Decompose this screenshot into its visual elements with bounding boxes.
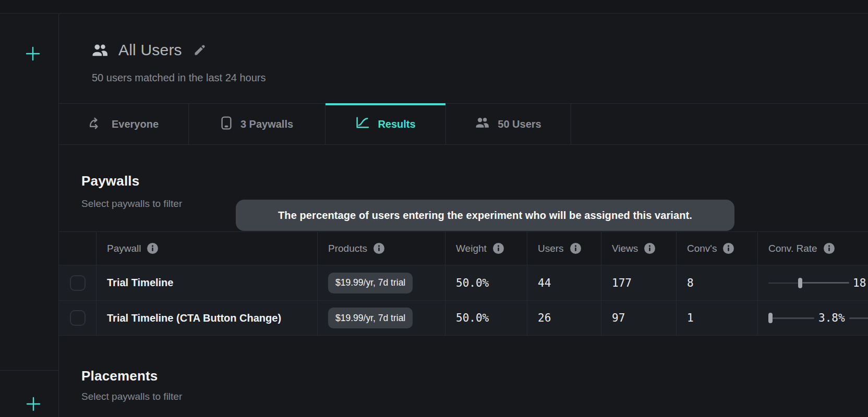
table-row: Trial Timeline (CTA Button Change) $19.9… (59, 301, 868, 336)
plus-icon (26, 396, 41, 412)
header-paywall: Paywall (97, 232, 318, 265)
paywalls-table: Paywall Products Weight Users Views Conv… (59, 231, 868, 336)
conv-rate-cell: 18 (758, 265, 868, 300)
slider-track (773, 317, 814, 319)
edit-pencil-icon[interactable] (194, 44, 206, 56)
tab-label: Results (378, 118, 415, 130)
audience-title: All Users (118, 41, 182, 59)
paywalls-section-subtitle: Select paywalls to filter (81, 198, 182, 210)
tab-users[interactable]: 50 Users (446, 104, 571, 144)
row-select-cell (59, 265, 97, 300)
weight-cell: 50.0% (445, 301, 527, 335)
products-cell: $19.99/yr, 7d trial (318, 301, 445, 335)
info-icon[interactable] (373, 243, 384, 254)
header-products: Products (318, 232, 445, 265)
info-icon[interactable] (824, 243, 835, 254)
tab-everyone[interactable]: Everyone (59, 104, 189, 144)
row-select-cell (59, 301, 97, 335)
header-views: Views (601, 232, 677, 265)
convs-value: 8 (687, 277, 694, 289)
paywalls-section-title: Paywalls (81, 173, 139, 189)
tab-paywalls[interactable]: 3 Paywalls (189, 104, 326, 144)
table-row: Trial Timeline $19.99/yr, 7d trial 50.0%… (59, 265, 868, 301)
slider-track (768, 283, 798, 284)
slider-thumb[interactable] (798, 278, 802, 288)
audience-header: All Users (92, 40, 206, 60)
slider-track (849, 317, 868, 319)
product-chip: $19.99/yr, 7d trial (328, 308, 413, 328)
header-users: Users (527, 232, 601, 265)
info-icon[interactable] (147, 243, 158, 254)
rail-divider (0, 370, 58, 371)
column-label: Weight (456, 243, 487, 254)
tab-label: Everyone (112, 118, 159, 130)
tabs-bar: Everyone 3 Paywalls Results (59, 103, 868, 145)
header-select-column (59, 232, 97, 265)
products-cell: $19.99/yr, 7d trial (318, 265, 445, 300)
paywall-cell: Trial Timeline (97, 265, 318, 300)
phone-icon (221, 116, 232, 133)
column-label: Views (612, 243, 638, 254)
paywall-name: Trial Timeline (107, 277, 173, 289)
users-cell: 44 (527, 265, 601, 300)
weight-tooltip: The percentage of users entering the exp… (236, 200, 734, 231)
weight-value: 50.0% (456, 312, 489, 324)
row-checkbox[interactable] (70, 275, 86, 291)
views-value: 177 (612, 277, 632, 289)
weight-value: 50.0% (456, 277, 489, 289)
placements-section-title: Placements (81, 368, 158, 384)
views-cell: 97 (601, 301, 677, 335)
column-label: Products (328, 243, 367, 254)
convs-cell: 8 (677, 265, 758, 300)
conv-rate-value: 3.8% (818, 312, 845, 324)
plus-icon (25, 46, 41, 62)
placements-section-subtitle: Select paywalls to filter (81, 391, 182, 402)
users-value: 44 (538, 277, 551, 289)
slider-track (802, 282, 849, 284)
header-convs: Conv's (677, 232, 758, 265)
tab-results[interactable]: Results (326, 104, 446, 144)
info-icon[interactable] (493, 243, 504, 254)
weight-cell: 50.0% (445, 265, 527, 300)
views-value: 97 (612, 312, 625, 324)
users-icon (475, 117, 489, 131)
product-chip: $19.99/yr, 7d trial (328, 273, 413, 293)
convs-cell: 1 (677, 301, 758, 335)
audience-subtitle: 50 users matched in the last 24 hours (92, 72, 266, 84)
info-icon[interactable] (570, 243, 581, 254)
chart-curve-icon (355, 116, 369, 132)
experiment-dashboard: All Users 50 users matched in the last 2… (0, 0, 868, 417)
header-conv-rate: Conv. Rate (758, 232, 868, 265)
conv-rate-cell: 3.8% (758, 301, 868, 335)
convs-value: 1 (687, 312, 694, 324)
column-label: Conv. Rate (768, 243, 817, 254)
column-label: Conv's (687, 243, 717, 254)
users-icon (92, 43, 108, 57)
paywall-name: Trial Timeline (CTA Button Change) (107, 312, 281, 324)
left-rail (0, 14, 59, 417)
paywall-cell: Trial Timeline (CTA Button Change) (97, 301, 318, 335)
column-label: Paywall (107, 243, 141, 254)
tab-label: 3 Paywalls (240, 118, 293, 130)
info-icon[interactable] (644, 243, 655, 254)
tab-label: 50 Users (498, 118, 541, 130)
top-bar (0, 0, 868, 14)
column-label: Users (538, 243, 564, 254)
table-header-row: Paywall Products Weight Users Views Conv… (59, 232, 868, 265)
header-weight: Weight (445, 232, 527, 265)
conv-rate-value: 18 (853, 277, 866, 289)
users-value: 26 (538, 312, 551, 324)
users-cell: 26 (527, 301, 601, 335)
add-audience-button[interactable] (25, 46, 41, 62)
slider-thumb[interactable] (768, 313, 773, 323)
info-icon[interactable] (723, 243, 734, 254)
row-checkbox[interactable] (70, 310, 86, 326)
views-cell: 177 (601, 265, 677, 300)
add-audience-button-bottom[interactable] (26, 396, 41, 412)
split-arrow-icon (89, 116, 103, 132)
